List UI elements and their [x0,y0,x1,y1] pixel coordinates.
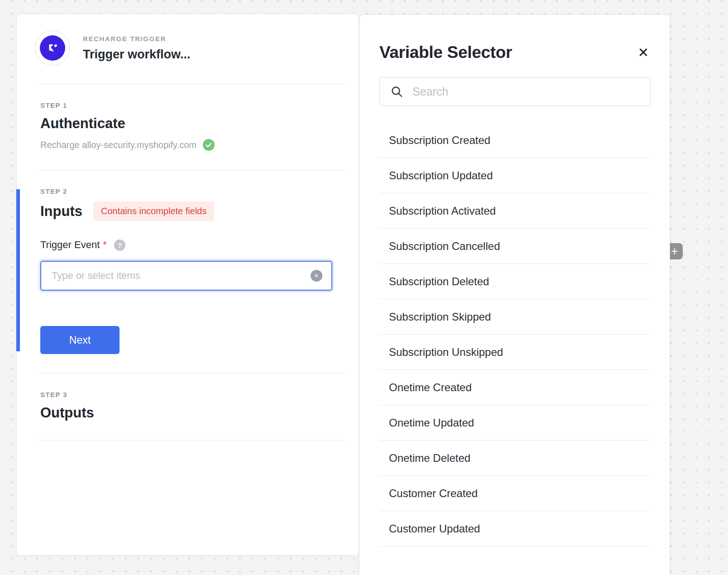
variable-selector-title: Variable Selector [379,43,512,62]
step-divider-3 [37,440,344,441]
close-icon[interactable]: ✕ [636,44,651,61]
variable-list: Subscription Created Subscription Update… [379,123,651,546]
app-kicker: RECHARGE TRIGGER [83,35,191,43]
variable-selector-panel: Variable Selector ✕ Subscription Created… [359,14,670,575]
clear-input-icon[interactable]: ✕ [311,270,322,282]
variable-search-box [379,77,651,106]
step-3-label: STEP 3 [40,391,331,398]
search-icon [391,86,403,98]
step-1-title: Authenticate [40,115,331,132]
list-item[interactable]: Customer Updated [379,511,651,546]
list-item[interactable]: Subscription Deleted [379,264,651,299]
trigger-card-heading: RECHARGE TRIGGER Trigger workflow... [83,35,191,62]
step-3-title: Outputs [40,405,331,421]
step-2-label: STEP 2 [40,187,331,195]
step-1-label: STEP 1 [40,101,331,109]
step-2-heading-row: Inputs Contains incomplete fields [40,201,331,221]
auth-status-row: Recharge alloy-security.myshopify.com [40,139,331,151]
list-item[interactable]: Onetime Deleted [379,441,651,476]
list-item[interactable]: Onetime Updated [379,405,651,441]
step-3-section: STEP 3 Outputs [17,374,359,440]
list-item[interactable]: Subscription Cancelled [379,229,651,264]
list-item[interactable]: Subscription Created [379,123,651,158]
trigger-event-field-row: Trigger Event * ? [40,239,331,251]
variable-selector-header: Variable Selector ✕ [379,43,651,62]
trigger-event-label: Trigger Event [40,239,100,251]
step-1-section: STEP 1 Authenticate Recharge alloy-secur… [17,84,359,170]
list-item[interactable]: Subscription Skipped [379,299,651,335]
trigger-card-header: RECHARGE TRIGGER Trigger workflow... [17,14,359,84]
trigger-event-input[interactable] [40,261,332,291]
recharge-logo-icon [40,35,65,61]
list-item[interactable]: Subscription Unskipped [379,335,651,370]
list-item[interactable]: Customer Created [379,476,651,511]
list-item[interactable]: Subscription Activated [379,193,651,229]
check-circle-icon [203,139,215,151]
help-question-icon[interactable]: ? [114,240,125,251]
trigger-step-card: RECHARGE TRIGGER Trigger workflow... STE… [16,14,359,556]
list-item[interactable]: Onetime Created [379,370,651,405]
next-button[interactable]: Next [40,326,120,354]
step-2-section: STEP 2 Inputs Contains incomplete fields… [17,170,359,373]
trigger-event-select: ✕ [40,261,332,291]
auth-account-text: Recharge alloy-security.myshopify.com [40,140,196,150]
required-asterisk: * [103,239,107,251]
list-item[interactable]: Subscription Updated [379,158,651,193]
step-2-title: Inputs [40,203,82,220]
incomplete-fields-badge: Contains incomplete fields [93,201,214,221]
active-step-accent-bar [16,189,20,351]
avatar [35,30,70,66]
variable-search-input[interactable] [412,85,639,98]
trigger-card-title: Trigger workflow... [83,48,191,62]
